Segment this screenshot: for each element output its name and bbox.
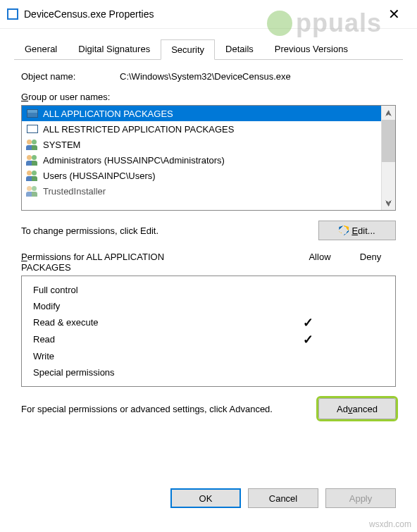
- tab-strip: General Digital Signatures Security Deta…: [14, 39, 403, 60]
- scroll-track[interactable]: [382, 120, 395, 196]
- app-icon: [7, 8, 18, 20]
- scroll-thumb[interactable]: [382, 120, 395, 162]
- package-icon: [26, 108, 39, 119]
- perm-row: Full control: [33, 282, 384, 298]
- list-item[interactable]: TrustedInstaller: [22, 183, 381, 199]
- list-item[interactable]: Users (HUSSAINPC\Users): [22, 168, 381, 183]
- package-outline-icon: [26, 123, 39, 135]
- shield-icon: [339, 225, 349, 235]
- deny-cell: [333, 367, 384, 378]
- users-icon: [26, 139, 39, 150]
- list-item[interactable]: ALL APPLICATION PACKAGES: [22, 106, 381, 121]
- advanced-hint: For special permissions or advanced sett…: [21, 404, 318, 414]
- edit-hint: To change permissions, click Edit.: [21, 225, 158, 236]
- tab-details[interactable]: Details: [215, 39, 264, 59]
- permissions-table: Full control Modify Read & execute ✓ Rea…: [21, 276, 396, 387]
- tab-previous-versions[interactable]: Previous Versions: [264, 39, 359, 59]
- allow-checkmark-icon: ✓: [282, 334, 333, 345]
- deny-cell: [333, 285, 384, 295]
- deny-cell: [333, 334, 384, 345]
- edit-button[interactable]: Edit...: [318, 221, 396, 240]
- cancel-button[interactable]: Cancel: [248, 488, 318, 508]
- tab-general[interactable]: General: [14, 39, 68, 59]
- scrollbar[interactable]: ⮝ ⮟: [381, 106, 395, 210]
- object-name-label: Object name:: [21, 71, 120, 82]
- source-watermark: wsxdn.com: [369, 519, 411, 529]
- tab-digital-signatures[interactable]: Digital Signatures: [68, 39, 161, 59]
- deny-column-header: Deny: [345, 252, 396, 273]
- advanced-button[interactable]: Advanced: [318, 398, 396, 419]
- apply-button: Apply: [325, 488, 396, 508]
- dialog-footer: OK Cancel Apply: [170, 488, 396, 508]
- window-title: DeviceCensus.exe Properties: [24, 8, 154, 20]
- scroll-down-icon[interactable]: ⮟: [382, 196, 395, 210]
- perm-row: Special permissions: [33, 364, 384, 381]
- allow-cell: [282, 301, 333, 311]
- users-icon: [26, 154, 39, 166]
- list-item[interactable]: ALL RESTRICTED APPLICATION PACKAGES: [22, 121, 381, 137]
- group-list-label: Group or user names:: [21, 92, 396, 102]
- group-listbox[interactable]: ALL APPLICATION PACKAGES ALL RESTRICTED …: [21, 105, 396, 211]
- list-item[interactable]: SYSTEM: [22, 137, 381, 152]
- ok-button[interactable]: OK: [170, 488, 241, 508]
- close-button[interactable]: ✕: [378, 6, 410, 23]
- allow-cell: [282, 285, 333, 295]
- permissions-label: Permissions for ALL APPLICATIONPACKAGES: [21, 252, 294, 273]
- perm-row: Read ✓: [33, 331, 384, 348]
- tab-security[interactable]: Security: [161, 39, 215, 60]
- allow-column-header: Allow: [294, 252, 345, 273]
- perm-row: Write: [33, 348, 384, 364]
- object-name-value: C:\Windows\System32\DeviceCensus.exe: [120, 71, 291, 82]
- perm-row: Read & execute ✓: [33, 314, 384, 331]
- users-icon: [26, 170, 39, 181]
- list-item[interactable]: Administrators (HUSSAINPC\Administrators…: [22, 152, 381, 168]
- scroll-up-icon[interactable]: ⮝: [382, 106, 395, 120]
- titlebar: DeviceCensus.exe Properties ✕: [0, 0, 417, 29]
- allow-cell: [282, 351, 333, 361]
- user-icon: [26, 185, 39, 197]
- deny-cell: [333, 317, 384, 328]
- allow-checkmark-icon: ✓: [282, 317, 333, 328]
- allow-cell: [282, 367, 333, 378]
- deny-cell: [333, 351, 384, 361]
- deny-cell: [333, 301, 384, 311]
- perm-row: Modify: [33, 298, 384, 314]
